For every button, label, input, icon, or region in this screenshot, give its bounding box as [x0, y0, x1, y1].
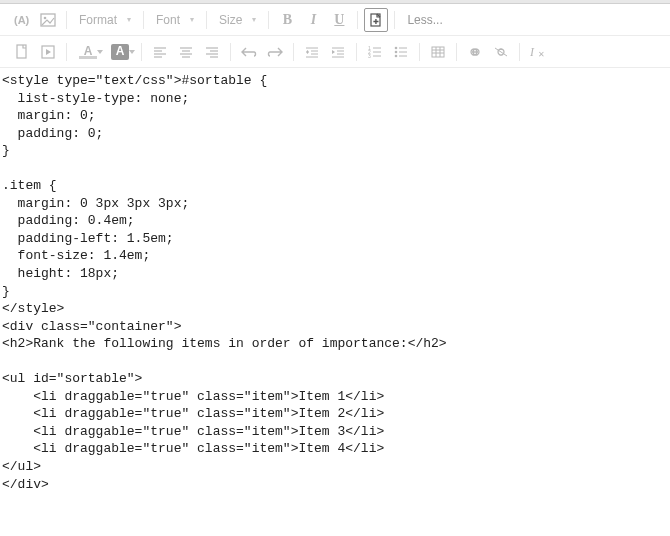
svg-point-41 [395, 54, 398, 57]
svg-marker-22 [306, 52, 309, 54]
size-dropdown[interactable]: Size ▾ [213, 8, 262, 32]
size-dropdown-label: Size [219, 13, 242, 27]
bg-color-button[interactable]: A [105, 40, 135, 64]
caret-icon [129, 50, 135, 54]
format-dropdown[interactable]: Format ▾ [73, 8, 137, 32]
separator [394, 11, 395, 29]
svg-point-2 [44, 16, 47, 19]
separator [230, 43, 231, 61]
separator [419, 43, 420, 61]
toolbar-row-2: A A 123 [0, 36, 670, 68]
image-icon[interactable] [36, 8, 60, 32]
separator [519, 43, 520, 61]
separator [357, 11, 358, 29]
table-icon[interactable] [426, 40, 450, 64]
new-page-button[interactable]: ✚ [364, 8, 388, 32]
indent-icon[interactable] [326, 40, 350, 64]
svg-marker-27 [332, 50, 335, 54]
align-right-icon[interactable] [200, 40, 224, 64]
bg-color-glyph: A [116, 44, 125, 58]
link-icon[interactable] [463, 40, 487, 64]
toolbar-row-1: (A) Format ▾ Font ▾ Size ▾ B I U ✚ Less.… [0, 4, 670, 36]
separator [143, 11, 144, 29]
separator [268, 11, 269, 29]
source-icon[interactable]: (A) [10, 8, 34, 32]
svg-text:I: I [530, 45, 535, 59]
caret-icon: ▾ [190, 15, 194, 24]
undo-icon[interactable] [237, 40, 261, 64]
caret-icon: ▾ [252, 15, 256, 24]
template-icon[interactable] [36, 40, 60, 64]
separator [456, 43, 457, 61]
caret-icon [97, 50, 103, 54]
less-toggle[interactable]: Less... [401, 13, 442, 27]
remove-format-icon[interactable]: I✕ [526, 40, 550, 64]
text-color-button[interactable]: A [73, 40, 103, 64]
separator [66, 43, 67, 61]
svg-marker-7 [46, 49, 51, 55]
bullet-list-icon[interactable] [389, 40, 413, 64]
align-left-icon[interactable] [148, 40, 172, 64]
svg-marker-21 [306, 50, 309, 52]
format-dropdown-label: Format [79, 13, 117, 27]
italic-glyph: I [311, 12, 316, 28]
outdent-icon[interactable] [300, 40, 324, 64]
separator [141, 43, 142, 61]
numbered-list-icon[interactable]: 123 [363, 40, 387, 64]
bold-glyph: B [283, 12, 292, 28]
svg-rect-43 [432, 47, 444, 57]
text-color-glyph: A [84, 44, 93, 58]
underline-glyph: U [334, 12, 344, 28]
new-doc-icon[interactable] [10, 40, 34, 64]
redo-icon[interactable] [263, 40, 287, 64]
unlink-icon[interactable] [489, 40, 513, 64]
svg-rect-5 [17, 45, 26, 58]
caret-icon: ▾ [127, 15, 131, 24]
bold-button[interactable]: B [275, 8, 299, 32]
separator [66, 11, 67, 29]
align-center-icon[interactable] [174, 40, 198, 64]
separator [293, 43, 294, 61]
italic-button[interactable]: I [301, 8, 325, 32]
separator [356, 43, 357, 61]
svg-text:✕: ✕ [538, 50, 545, 59]
font-dropdown-label: Font [156, 13, 180, 27]
underline-button[interactable]: U [327, 8, 351, 32]
svg-text:✚: ✚ [373, 18, 379, 25]
svg-point-39 [395, 50, 398, 53]
svg-text:3: 3 [368, 53, 371, 58]
editor-content[interactable]: <style type="text/css">#sortable { list-… [0, 68, 670, 497]
svg-point-37 [395, 46, 398, 49]
svg-text:(A): (A) [14, 14, 30, 26]
separator [206, 11, 207, 29]
font-dropdown[interactable]: Font ▾ [150, 8, 200, 32]
